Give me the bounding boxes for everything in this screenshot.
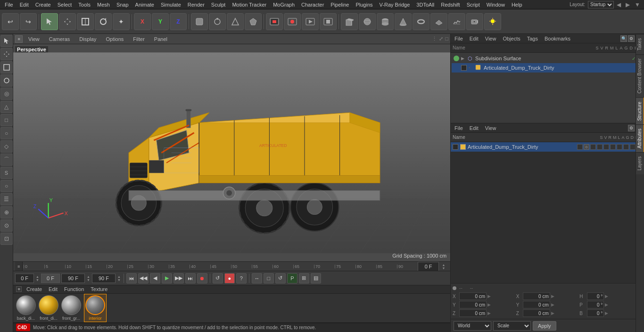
playback-play-button[interactable] xyxy=(302,13,319,30)
menu-character[interactable]: Character xyxy=(298,1,327,8)
menu-vray[interactable]: V-Ray Bridge xyxy=(377,1,413,8)
tool-loop[interactable]: ○ xyxy=(0,180,13,192)
rotate-keys-button[interactable]: ↺ xyxy=(275,273,286,283)
tool-scale[interactable] xyxy=(0,61,13,73)
viewport-tab-options[interactable]: Options xyxy=(102,35,127,43)
menu-create[interactable]: Create xyxy=(33,1,54,8)
grid-keys-button[interactable]: ⊞ xyxy=(299,273,309,283)
material-tab-create[interactable]: Create xyxy=(25,286,44,292)
menu-mesh[interactable]: Mesh xyxy=(94,1,113,8)
vtab-takes[interactable]: Takes xyxy=(636,34,644,54)
tool-object-place[interactable]: ◎ xyxy=(0,88,13,100)
om-menu-view[interactable]: View xyxy=(483,35,498,42)
vtab-content-browser[interactable]: Content Browser xyxy=(636,54,644,97)
playback-current-frame[interactable] xyxy=(41,274,60,283)
layout-left-arrow[interactable]: ◀ xyxy=(615,1,623,8)
frame-arrows[interactable]: ▲ ▼ xyxy=(439,263,448,270)
am-status-3[interactable] xyxy=(590,144,596,150)
move-keys-button[interactable]: ↔ xyxy=(252,273,262,283)
select-tool-button[interactable] xyxy=(41,13,58,30)
menu-plugins[interactable]: Plugins xyxy=(353,1,375,8)
redo-button[interactable]: ↪ xyxy=(20,13,37,30)
am-status-1[interactable] xyxy=(577,144,583,150)
param-key-button[interactable]: P xyxy=(287,273,297,283)
polygon-mode-button[interactable] xyxy=(245,13,262,30)
am-status-5[interactable] xyxy=(603,144,609,150)
menu-redshift[interactable]: Redshift xyxy=(438,1,462,8)
world-select[interactable]: World xyxy=(454,321,491,331)
start-frame-arrows[interactable]: ▲ ▼ xyxy=(36,275,39,282)
am-status-8[interactable] xyxy=(623,144,629,150)
icon-strip-button[interactable]: ▤ xyxy=(311,273,321,283)
viewport-tab-panel[interactable]: Panel xyxy=(150,35,171,43)
vtab-attributes[interactable]: Attributes xyxy=(636,124,644,152)
tool-rotate[interactable] xyxy=(0,74,13,87)
menu-3dtoall[interactable]: 3DToAll xyxy=(413,1,437,8)
tool-polygon[interactable]: □ xyxy=(0,114,13,126)
om-menu-file[interactable]: File xyxy=(453,35,465,42)
playback-start-frame[interactable] xyxy=(15,274,34,283)
scale-select[interactable]: Scale xyxy=(493,321,531,331)
key-mode-button[interactable]: ? xyxy=(236,273,247,283)
viewport-tab-filter[interactable]: Filter xyxy=(129,35,148,43)
keyframe-record-button[interactable] xyxy=(266,13,283,30)
menu-sculpt[interactable]: Sculpt xyxy=(208,1,229,8)
am-menu-edit[interactable]: Edit xyxy=(468,125,480,131)
vtab-layers[interactable]: Layers xyxy=(636,152,644,174)
fps-arrows[interactable]: ▲ ▼ xyxy=(117,275,121,282)
viewport-icon-maximize[interactable]: □ xyxy=(445,36,448,42)
tool-bevel[interactable]: ◇ xyxy=(0,140,13,153)
step-forward-button[interactable]: ▶▶ xyxy=(173,273,184,283)
coord-sx-input[interactable] xyxy=(523,292,550,300)
coord-b-input[interactable] xyxy=(587,309,604,317)
material-menu-icon[interactable]: ≡ xyxy=(16,286,22,292)
menu-mograph[interactable]: MoGraph xyxy=(270,1,297,8)
object-mode-button[interactable] xyxy=(191,13,208,30)
tool-spline[interactable]: △ xyxy=(0,101,13,113)
am-row-truck[interactable]: Articulated_Dump_Truck_Dirty ○ xyxy=(451,142,644,152)
viewport-icon-arrows[interactable]: ⤢ xyxy=(439,36,443,42)
material-tab-texture[interactable]: Texture xyxy=(89,286,109,292)
menu-edit[interactable]: Edit xyxy=(17,1,32,8)
coord-z-pos-input[interactable] xyxy=(459,309,487,317)
goto-start-button[interactable]: ⏮ xyxy=(126,273,137,283)
landscape-button[interactable] xyxy=(448,13,465,30)
tool-bridge[interactable]: ⌒ xyxy=(0,154,13,166)
am-status-7[interactable] xyxy=(617,144,622,150)
point-mode-button[interactable] xyxy=(209,13,226,30)
viewport-tab-cameras[interactable]: Cameras xyxy=(45,35,74,43)
material-tab-function[interactable]: Function xyxy=(62,286,86,292)
transform-tool-button[interactable]: ✦ xyxy=(113,13,130,30)
coord-h-input[interactable] xyxy=(587,292,604,300)
axis-x-button[interactable]: X xyxy=(134,13,151,30)
menu-file[interactable]: File xyxy=(2,1,16,8)
torus-button[interactable] xyxy=(413,13,429,30)
scale-tool-button[interactable] xyxy=(77,13,94,30)
axis-z-button[interactable]: Z xyxy=(170,13,187,30)
om-row-subdivision[interactable]: ▶ ⬡ Subdivision Surface ✓ ✓ xyxy=(452,54,643,63)
om-menu-edit[interactable]: Edit xyxy=(468,35,480,42)
move-tool-button[interactable] xyxy=(59,13,76,30)
am-status-9[interactable] xyxy=(630,144,636,150)
vtab-structure[interactable]: Structure xyxy=(636,97,644,125)
playback-fps[interactable] xyxy=(92,274,116,283)
material-tab-edit[interactable]: Edit xyxy=(47,286,59,292)
menu-script[interactable]: Script xyxy=(464,1,483,8)
end-frame-arrows[interactable]: ▲ ▼ xyxy=(87,275,90,282)
tool-select[interactable] xyxy=(0,35,13,47)
material-swatch-1[interactable]: front_di... xyxy=(39,295,58,321)
play-forward-button[interactable]: ▶ xyxy=(162,273,172,283)
play-back-button[interactable]: ◀ xyxy=(150,273,160,283)
undo-button[interactable]: ↩ xyxy=(2,13,19,30)
layout-right-arrow[interactable]: ▶ xyxy=(624,1,632,8)
om-row-truck[interactable]: • Articulated_Dump_Truck_Dirty xyxy=(452,63,643,73)
scale-keys-button[interactable]: □ xyxy=(264,273,274,283)
tool-magnet[interactable]: ☰ xyxy=(0,193,13,205)
coord-y-pos-input[interactable] xyxy=(459,301,487,308)
rotate-tool-button[interactable] xyxy=(95,13,112,30)
tool-paint[interactable]: ○ xyxy=(0,127,13,139)
menu-window[interactable]: Window xyxy=(484,1,508,8)
material-swatch-0[interactable]: back_di... xyxy=(16,295,36,321)
menu-snap[interactable]: Snap xyxy=(114,1,132,8)
light-button[interactable] xyxy=(484,13,501,30)
